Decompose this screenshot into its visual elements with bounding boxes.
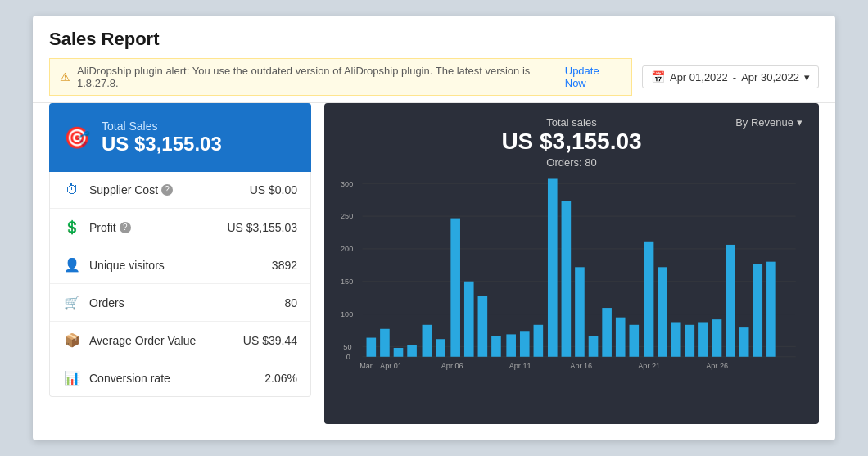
date-range-picker[interactable]: 📅 Apr 01,2022 - Apr 30,2022 ▾	[642, 65, 819, 88]
bar	[478, 296, 488, 357]
date-separator: -	[733, 71, 736, 84]
by-revenue-button[interactable]: By Revenue ▾	[735, 116, 802, 129]
supplier-cost-icon: ⏱	[63, 183, 81, 197]
svg-text:150: 150	[341, 278, 353, 286]
conversion-rate-value: 2.06%	[264, 372, 297, 385]
bar	[602, 308, 612, 357]
total-sales-value: US $3,155.03	[102, 133, 222, 156]
unique-visitors-icon: 👤	[63, 257, 81, 273]
orders-value: 80	[284, 296, 297, 309]
bar	[766, 262, 776, 357]
total-sales-banner: 🎯 Total Sales US $3,155.03	[49, 103, 311, 172]
svg-text:100: 100	[341, 310, 353, 318]
bar	[562, 201, 572, 357]
profit-icon: 💲	[63, 219, 81, 235]
bar	[589, 336, 599, 357]
update-now-link[interactable]: Update Now	[565, 65, 622, 89]
bar	[616, 318, 626, 357]
total-sales-info: Total Sales US $3,155.03	[102, 120, 222, 156]
date-end: Apr 30,2022	[741, 71, 799, 84]
alert-icon: ⚠	[60, 70, 70, 84]
profit-help-icon[interactable]: ?	[120, 222, 131, 233]
bar	[671, 322, 681, 356]
bar	[436, 339, 445, 357]
orders-icon: 🛒	[63, 295, 81, 310]
svg-text:Mar: Mar	[359, 362, 373, 370]
avg-order-value-name: Average Order Value	[89, 334, 235, 347]
chevron-down-icon: ▾	[804, 71, 810, 84]
metric-row-supplier-cost: ⏱Supplier Cost?US $0.00	[50, 172, 310, 209]
svg-text:Apr 26: Apr 26	[706, 362, 728, 370]
bar	[464, 282, 474, 357]
bar	[407, 345, 417, 357]
bar	[658, 267, 667, 356]
svg-text:Apr 21: Apr 21	[638, 362, 660, 370]
metric-row-avg-order-value: 📦Average Order ValueUS $39.44	[50, 322, 310, 359]
calendar-icon: 📅	[651, 70, 665, 84]
chevron-down-icon: ▾	[797, 116, 802, 129]
bar	[630, 325, 640, 357]
svg-text:250: 250	[341, 212, 353, 220]
svg-text:Apr 16: Apr 16	[570, 362, 592, 370]
bar	[491, 336, 501, 357]
bar	[534, 325, 544, 357]
metric-row-unique-visitors: 👤Unique visitors3892	[50, 246, 310, 284]
metric-row-conversion-rate: 📊Conversion rate2.06%	[50, 359, 310, 396]
chart-header: Total sales US $3,155.03 Orders: 80 By R…	[341, 116, 802, 169]
header: Sales Report ⚠ AliDropship plugin alert:…	[33, 16, 835, 103]
svg-text:200: 200	[341, 245, 353, 253]
alert-bar: ⚠ AliDropship plugin alert: You use the …	[49, 58, 632, 96]
bar	[698, 322, 708, 356]
chart-panel: Total sales US $3,155.03 Orders: 80 By R…	[324, 103, 819, 424]
orders-name: Orders	[89, 296, 276, 309]
bar	[726, 245, 735, 357]
chart-total-label: Total sales	[456, 116, 687, 129]
alert-text: AliDropship plugin alert: You use the ou…	[77, 65, 558, 89]
total-sales-label: Total Sales	[102, 120, 222, 133]
date-start: Apr 01,2022	[670, 71, 728, 84]
sales-report-container: Sales Report ⚠ AliDropship plugin alert:…	[33, 16, 835, 440]
svg-text:Apr 11: Apr 11	[509, 362, 531, 370]
metrics-list: ⏱Supplier Cost?US $0.00💲Profit?US $3,155…	[49, 172, 311, 397]
svg-text:300: 300	[341, 180, 353, 188]
bar	[575, 267, 585, 356]
unique-visitors-name: Unique visitors	[89, 259, 264, 272]
bar	[753, 264, 762, 357]
metric-row-profit: 💲Profit?US $3,155.03	[50, 209, 310, 246]
chart-total-value: US $3,155.03	[456, 129, 687, 155]
bar	[423, 325, 432, 357]
by-revenue-label: By Revenue	[735, 116, 793, 129]
profit-value: US $3,155.03	[227, 221, 297, 234]
svg-text:Apr 01: Apr 01	[380, 362, 402, 370]
page-title: Sales Report	[49, 29, 819, 50]
chart-orders: Orders: 80	[456, 156, 687, 169]
supplier-cost-name: Supplier Cost?	[89, 183, 242, 196]
bar-chart-area: 300 250 200 150 100 50 0	[341, 177, 802, 414]
supplier-cost-help-icon[interactable]: ?	[161, 184, 173, 196]
conversion-rate-name: Conversion rate	[89, 372, 256, 385]
unique-visitors-value: 3892	[272, 259, 297, 272]
main-content: 🎯 Total Sales US $3,155.03 ⏱Supplier Cos…	[33, 103, 835, 440]
bar	[394, 348, 404, 357]
profit-name: Profit?	[89, 221, 219, 234]
metric-row-orders: 🛒Orders80	[50, 284, 310, 322]
supplier-cost-value: US $0.00	[250, 183, 297, 196]
bar	[450, 219, 460, 357]
bar	[548, 178, 558, 356]
bar-chart-svg: 300 250 200 150 100 50 0	[341, 177, 802, 374]
bar	[506, 334, 516, 356]
bar	[685, 325, 695, 357]
target-icon: 🎯	[64, 125, 90, 151]
bar	[712, 319, 722, 357]
avg-order-value-value: US $39.44	[243, 334, 297, 347]
bar	[644, 242, 654, 357]
avg-order-value-icon: 📦	[63, 332, 81, 348]
conversion-rate-icon: 📊	[63, 370, 81, 386]
bar	[380, 329, 390, 357]
svg-text:50: 50	[343, 343, 351, 351]
left-panel: 🎯 Total Sales US $3,155.03 ⏱Supplier Cos…	[49, 103, 311, 424]
bar	[367, 338, 377, 357]
bar	[520, 331, 530, 357]
svg-text:Apr 06: Apr 06	[441, 362, 463, 370]
chart-summary: Total sales US $3,155.03 Orders: 80	[456, 116, 687, 169]
